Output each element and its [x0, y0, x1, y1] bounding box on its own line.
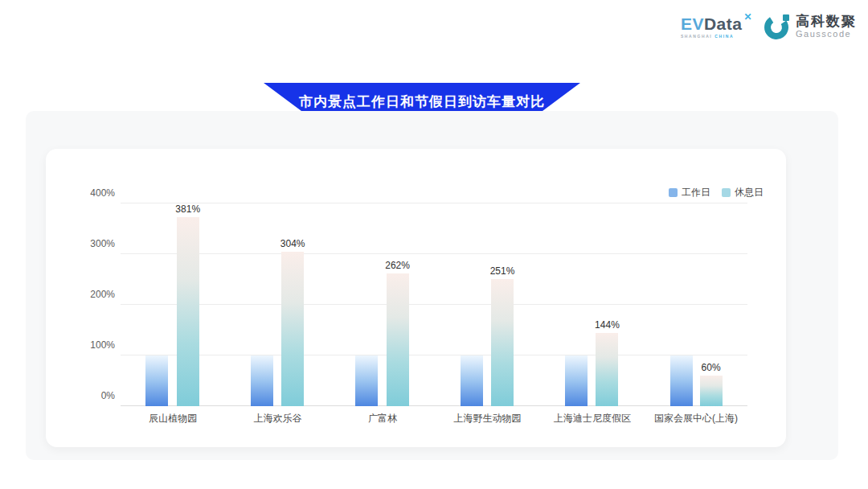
bar-slot: 381% — [175, 203, 200, 406]
bar-slot: 60% — [700, 203, 723, 406]
page: EVData✕ SHANGHAI CHINA 高科数聚 Gausscode 市内… — [0, 0, 868, 489]
evdata-x-icon: ✕ — [743, 12, 752, 22]
bar-group: 304%上海欢乐谷 — [251, 203, 305, 406]
bar-slot: 144% — [595, 203, 620, 406]
bar-slot — [251, 203, 273, 406]
chart-card: 工作日休息日 0%100%200%300%400%381%辰山植物园304%上海… — [46, 149, 786, 447]
gausscode-logo: 高科数聚 Gausscode — [764, 13, 857, 40]
bar-休息日 — [177, 217, 199, 406]
chart-legend: 工作日休息日 — [669, 186, 764, 199]
bar-slot — [145, 203, 168, 406]
gridline — [121, 304, 747, 305]
legend-item-休息日[interactable]: 休息日 — [722, 186, 764, 199]
bar-value-label: 60% — [702, 362, 721, 373]
y-axis-tick-label: 400% — [75, 187, 115, 199]
bar-slot — [670, 203, 693, 406]
bar-工作日 — [565, 355, 588, 406]
gausscode-g-ring-icon — [764, 13, 791, 40]
bar-group: 60%国家会展中心(上海) — [670, 203, 723, 406]
bar-group: 262%广富林 — [355, 203, 410, 406]
y-axis-tick-label: 300% — [75, 238, 115, 249]
evdata-ev-text: EV — [681, 15, 704, 32]
legend-item-工作日[interactable]: 工作日 — [669, 186, 710, 199]
bar-slot — [461, 203, 483, 406]
legend-label: 工作日 — [682, 186, 710, 199]
gridline — [121, 253, 747, 254]
evdata-subtext: SHANGHAI CHINA — [681, 35, 752, 39]
bar-value-label: 304% — [280, 238, 305, 249]
bar-休息日 — [596, 333, 618, 406]
bar-group: 251%上海野生动物园 — [461, 203, 515, 406]
bar-group: 381%辰山植物园 — [145, 203, 200, 406]
bar-休息日 — [387, 273, 409, 406]
bar-group: 144%上海迪士尼度假区 — [565, 203, 620, 406]
bar-休息日 — [281, 252, 304, 406]
x-axis-category-label: 上海迪士尼度假区 — [554, 412, 631, 425]
x-axis-category-label: 上海野生动物园 — [454, 412, 522, 425]
plot-area: 0%100%200%300%400%381%辰山植物园304%上海欢乐谷262%… — [121, 203, 747, 406]
y-axis-tick-label: 200% — [75, 289, 115, 300]
gridline — [121, 355, 747, 355]
x-axis-category-label: 国家会展中心(上海) — [654, 412, 738, 425]
legend-label: 休息日 — [735, 186, 764, 199]
bar-工作日 — [145, 355, 168, 406]
x-axis-category-label: 辰山植物园 — [149, 412, 197, 425]
y-axis-tick-label: 100% — [75, 339, 115, 351]
y-axis-tick-label: 0% — [75, 390, 115, 401]
gausscode-cn-name: 高科数聚 — [796, 14, 857, 30]
bar-工作日 — [251, 355, 273, 406]
bar-slot — [355, 203, 378, 406]
x-axis-category-label: 上海欢乐谷 — [254, 412, 302, 425]
bar-value-label: 144% — [595, 319, 620, 331]
gridline — [121, 405, 747, 406]
bar-休息日 — [491, 279, 514, 406]
bar-slot: 304% — [280, 203, 305, 406]
bar-休息日 — [700, 376, 723, 406]
chart-panel: 工作日休息日 0%100%200%300%400%381%辰山植物园304%上海… — [26, 111, 838, 460]
bar-value-label: 262% — [385, 260, 410, 271]
bar-工作日 — [670, 355, 693, 406]
legend-swatch-icon — [669, 188, 678, 197]
x-axis-category-label: 广富林 — [368, 412, 397, 425]
bar-value-label: 381% — [175, 203, 200, 215]
header-logos: EVData✕ SHANGHAI CHINA 高科数聚 Gausscode — [681, 13, 857, 40]
bar-slot: 251% — [490, 203, 515, 406]
bar-value-label: 251% — [490, 265, 515, 277]
legend-swatch-icon — [722, 188, 731, 197]
evdata-wordmark: EVData✕ — [681, 15, 752, 32]
bar-slot — [565, 203, 588, 406]
gridline — [121, 203, 747, 203]
evdata-logo: EVData✕ SHANGHAI CHINA — [681, 15, 752, 39]
bar-工作日 — [355, 355, 378, 406]
gausscode-text: 高科数聚 Gausscode — [796, 14, 857, 39]
bar-工作日 — [461, 355, 483, 406]
section-title: 市内景点工作日和节假日到访车量对比 — [299, 91, 545, 111]
bar-slot: 262% — [385, 203, 410, 406]
gausscode-en-name: Gausscode — [796, 29, 857, 39]
evdata-data-text: Data — [704, 15, 743, 32]
